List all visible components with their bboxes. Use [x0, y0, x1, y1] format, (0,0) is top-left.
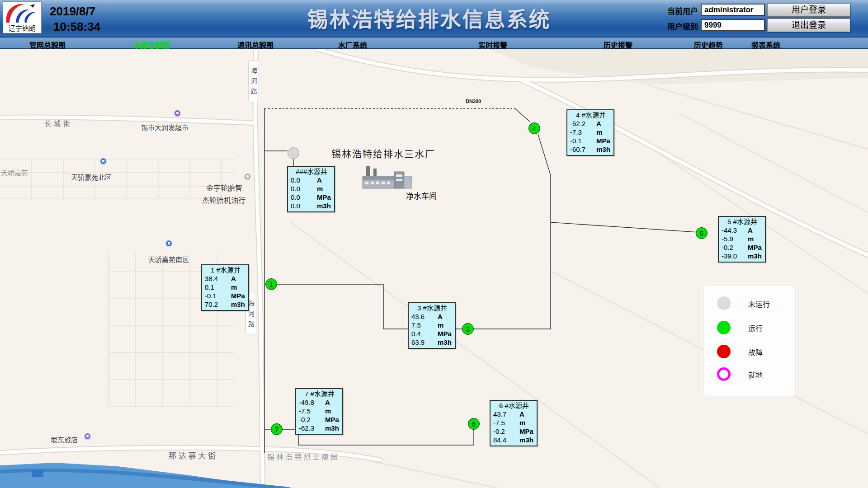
residential-grid: [0, 159, 235, 407]
nav-item-realtime-alarm[interactable]: 实时报警: [478, 39, 507, 50]
datetime-display: 2019/8/7 10:58:34: [50, 4, 100, 34]
well-unit: m: [317, 184, 323, 193]
well-value: 70.2: [205, 300, 231, 309]
well-value: -0.2: [722, 243, 748, 252]
well-unit: m3h: [748, 252, 762, 260]
nav-item-history-alarm[interactable]: 历史报警: [604, 39, 632, 50]
well-unit: MPa: [317, 193, 331, 202]
supermarket-icon: [174, 110, 181, 117]
well-unit: m3h: [231, 300, 245, 309]
well-node-4[interactable]: 4: [528, 122, 540, 134]
well-unit: A: [748, 226, 753, 235]
user-level-input[interactable]: [701, 19, 765, 31]
well-value: -7.3: [570, 128, 596, 136]
well-unit: m: [748, 235, 754, 243]
poi-label-tianjiao-north: 天骄嘉苑北区: [71, 172, 112, 182]
well-node-number: 5: [700, 230, 703, 237]
poi-label-tire-shop-1: 金宇轮胎智: [206, 182, 242, 193]
logo-swoosh-icon: [3, 2, 41, 24]
legend-label: 运行: [748, 323, 763, 333]
poi-label-tianjiao-south: 天骄嘉苑南区: [148, 254, 189, 264]
well-node-5[interactable]: 5: [696, 227, 708, 239]
poi-label-supermarket: 锡市大润发超市: [141, 122, 189, 132]
legend-label: 故障: [748, 347, 763, 357]
nav-item-water-plant-system[interactable]: 水厂系统: [338, 39, 367, 50]
map-graphics: [0, 49, 868, 488]
well-value: -49.8: [299, 398, 325, 407]
well-node-6[interactable]: 6: [468, 418, 480, 430]
well-unit: A: [519, 410, 524, 418]
legend-item-not-running: 未运行: [704, 296, 795, 310]
well-value: 38.4: [205, 274, 231, 283]
well-title: 7 #水源井: [299, 389, 340, 398]
logout-button[interactable]: 退出登录: [767, 19, 850, 32]
well-title: 4 #水源井: [570, 111, 612, 119]
nav-item-pipe-network-overview[interactable]: 管网总貌图: [29, 39, 66, 50]
app-window: 长城街 那 达 慕 大 街 锡林浩特烈士陵园 海河路 海河路 锡市大润发超市 天…: [0, 0, 868, 488]
plant-name-label: 锡林浩特给排水三水厂: [331, 146, 435, 160]
well-value: -0.2: [493, 427, 519, 436]
hotel-icon: [84, 433, 91, 440]
company-name: 辽宁铭朗: [3, 23, 41, 33]
nav-item-history-trend[interactable]: 历史趋势: [694, 39, 723, 50]
legend-item-local: 就地: [704, 367, 795, 381]
well-node-1[interactable]: 1: [265, 278, 277, 290]
well-node-number: 3: [466, 325, 470, 333]
well-node-2[interactable]: [288, 147, 299, 159]
well-value: 0.0: [291, 202, 317, 210]
tire-shop-icon: [244, 173, 251, 180]
login-button[interactable]: 用户登录: [767, 3, 850, 17]
street-label-changcheng: 长城街: [44, 118, 73, 128]
legend-fault-dot: [717, 345, 731, 358]
date-text: 2019/8/7: [50, 4, 100, 19]
well-unit: m3h: [317, 202, 331, 210]
status-legend: 未运行 运行 故障 就地: [703, 286, 796, 396]
nav-item-communication-overview[interactable]: 通讯总貌图: [237, 39, 274, 50]
well-data-box-2: ###水源井 0.0A 0.0m 0.0MPa 0.0m3h: [287, 166, 335, 212]
well-unit: A: [317, 176, 322, 184]
well-data-box-3: 3 #水源井 43.6A 7.5m 0.4MPa 63.9m3h: [408, 302, 456, 349]
nav-item-water-source-overview[interactable]: 水源总貌图: [133, 39, 170, 50]
legend-local-ring: [717, 367, 731, 381]
well-value: 0.1: [205, 283, 231, 291]
residence-south-icon: [165, 240, 172, 247]
street-label-nadamu: 那 达 慕 大 街: [169, 450, 216, 461]
well-node-number: 1: [269, 281, 273, 288]
well-unit: MPa: [438, 329, 452, 338]
well-value: -62.3: [299, 424, 325, 432]
user-level-label: 用户级别: [662, 20, 698, 32]
well-unit: m: [596, 128, 602, 136]
well-unit: m: [231, 283, 237, 291]
well-unit: m3h: [325, 424, 339, 432]
well-unit: MPa: [748, 243, 762, 252]
poi-label-tianjiao: 天骄嘉苑: [1, 168, 28, 177]
well-value: 0.0: [291, 193, 317, 202]
well-unit: m3h: [519, 436, 533, 444]
well-value: 0.4: [411, 329, 438, 338]
well-unit: MPa: [596, 136, 610, 145]
main-menu-bar: 管网总貌图 水源总貌图 通讯总貌图 水厂系统 实时报警 历史报警 历史趋势 报表…: [0, 37, 868, 49]
system-title: 锡林浩特给排水信息系统: [307, 3, 551, 33]
current-user-label: 当前用户: [662, 5, 698, 16]
nav-item-report-system[interactable]: 报表系统: [751, 39, 780, 50]
well-value: -0.2: [299, 415, 325, 424]
legend-label: 未运行: [748, 298, 770, 309]
current-user-input[interactable]: [701, 4, 765, 16]
well-unit: MPa: [231, 291, 245, 300]
well-node-7[interactable]: 7: [271, 423, 283, 435]
well-value: 43.7: [493, 410, 519, 418]
legend-idle-dot: [717, 296, 731, 310]
well-unit: m3h: [438, 338, 452, 347]
well-data-box-6: 6 #水源井 43.7A -7.5m -0.2MPa 84.4m3h: [490, 400, 538, 446]
well-value: -5.9: [722, 235, 748, 243]
well-value: 0.0: [291, 176, 317, 184]
map-canvas[interactable]: [0, 49, 868, 488]
well-unit: m: [519, 418, 525, 427]
well-unit: m: [325, 407, 331, 415]
factory-icon: [363, 166, 412, 188]
well-unit: A: [438, 312, 443, 321]
well-data-box-5: 5 #水源井 -44.3A -5.9m -0.2MPa -39.0m3h: [718, 216, 766, 263]
well-node-3[interactable]: 3: [462, 323, 474, 335]
well-data-box-4: 4 #水源井 -52.2A -7.3m -0.1MPa -60.7m3h: [566, 109, 614, 156]
well-value: -39.0: [722, 252, 748, 260]
